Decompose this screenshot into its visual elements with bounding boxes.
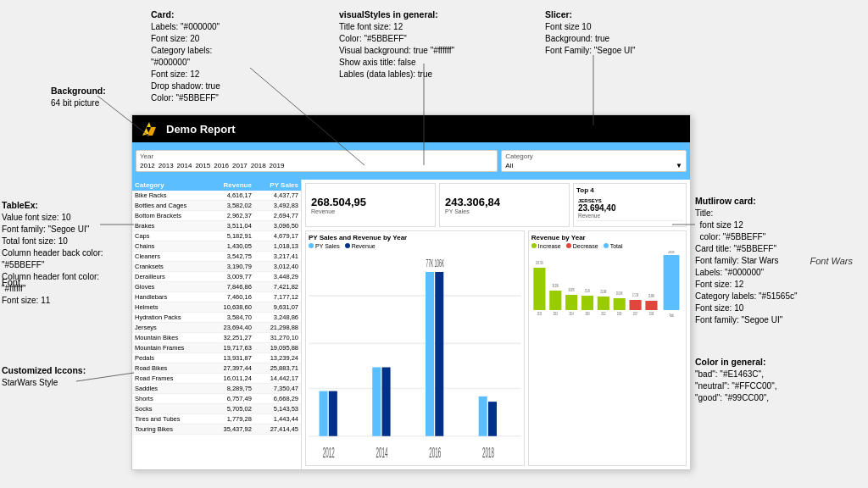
font-label: Font [2,277,20,287]
report-header: Demo Report [132,115,690,142]
svg-rect-32 [598,297,609,310]
table-row: Hydration Packs3,584,703,248,86 [132,313,301,323]
bar-chart-canvas: 2012 2014 2016 77K 106K [309,251,521,463]
table-row: Shorts6,757,496,668,29 [132,394,301,404]
visual-styles-title: visualStyles in general: [339,8,454,21]
kpi-revenue-value: 268.504,95 [311,196,430,208]
table-row: Helmets10,638,609,631,07 [132,302,301,313]
svg-rect-9 [372,368,381,436]
slicers-row: Year 2012 2013 2014 2015 2016 2017 2018 … [132,142,690,180]
svg-text:2014: 2014 [376,445,388,460]
chevron-down-icon: ▼ [676,162,682,169]
year-slicer[interactable]: Year 2012 2013 2014 2015 2016 2017 2018 … [136,150,498,172]
top4-title: Top 4 [576,186,683,194]
table-row: Road Frames16,011,2414,442,17 [132,374,301,384]
svg-rect-18 [488,402,497,436]
cards-row: 268.504,95 Revenue 243.306,84 PY Sales T… [302,180,690,230]
svg-text:2019: 2019 [585,311,589,316]
color-general-title: Color in general: [695,356,776,369]
customized-icons-annotation: Customized Iccons: StarWars Style [2,364,86,389]
report-logo [139,119,159,139]
customized-icons-title: Customized Iccons: [2,364,86,377]
table-row: Brakes3,511,043,096,50 [132,221,301,231]
svg-text:105,72K: 105,72K [536,260,543,265]
svg-text:2012: 2012 [323,445,335,460]
main-content: Category Revenue PY Sales Bike Racks4,61… [132,180,690,469]
slicer-annotation: Slicer: Font size 10 Background: true Fo… [545,8,636,57]
kpi-revenue-card: 268.504,95 Revenue [305,183,436,227]
top4-panel: Top 4 JERSEYS23.694,40RevenueMOUNTAIN BI… [573,183,687,227]
tableex-title: TableEx: [2,199,103,212]
svg-rect-23 [549,291,561,310]
table-row: Jerseys23,694,4021,298,88 [132,323,301,333]
table-row: Cleaners3,542,753,217,41 [132,252,301,262]
table-row: Bike Racks4,616,174,437,77 [132,191,301,201]
bar-chart-area: PY Sales and Revenue by Year PY Sales Re… [305,230,525,466]
bar-chart-title: PY Sales and Revenue by Year [309,234,521,241]
svg-rect-10 [382,368,391,436]
top4-item: JERSEYS23.694,40Revenue [576,197,683,221]
svg-rect-29 [581,296,593,310]
multirow-card-title: Mutlirow card: [695,195,798,208]
color-general-annotation: Color in general: "bad": "#E1463C", "neu… [695,356,776,404]
svg-text:2017: 2017 [633,311,637,316]
svg-text:25,2K: 25,2K [585,288,590,293]
col-header-revenue: Revenue [205,181,252,189]
svg-rect-41 [645,301,657,310]
col-header-py: PY Sales [252,181,298,189]
svg-text:2018: 2018 [482,445,494,460]
card-annotation: Card: Labels: "#000000" Font size: 20 Ca… [151,8,220,104]
charts-row: PY Sales and Revenue by Year PY Sales Re… [302,230,690,469]
svg-text:17,21K: 17,21K [632,292,639,297]
top4-item: MOUNTAIN BIKES32.251,27Revenue [576,225,683,227]
svg-rect-38 [629,300,641,310]
kpi-py-card: 243.306,84 PY Sales [439,183,570,227]
table-row: Road Bikes27,397,4425,883,71 [132,363,301,374]
table-row: Pedals13,931,8713,239,24 [132,353,301,363]
table-row: Touring Bikes35,437,9227,414,45 [132,424,301,435]
table-row: Bottom Brackets2,962,372,694,77 [132,211,301,221]
table-row: Saddles8,289,757,350,47 [132,384,301,394]
revenue-year-chart: Revenue by Year Increase Decrease Total … [528,230,687,466]
table-row: Socks5,705,025,143,53 [132,404,301,414]
kpi-py-label: PY Sales [445,208,564,214]
svg-rect-44 [663,255,679,310]
svg-text:35,36K: 35,36K [552,283,559,288]
table-body: Bike Racks4,616,174,437,77Bottles and Ca… [132,191,301,435]
category-slicer[interactable]: Category All ▼ [501,150,687,172]
table-row: Handlebars7,460,167,177,12 [132,292,301,302]
background-annotation-line1: 64 bit picture [51,97,106,109]
svg-text:268,5K: 268,5K [668,251,675,254]
font-wars-label: Font Wars [810,256,853,266]
svg-text:2015: 2015 [537,311,542,316]
svg-text:Total: Total [669,313,673,318]
category-slicer-label: Category [505,152,682,160]
svg-rect-6 [320,391,328,436]
category-slicer-value[interactable]: All ▼ [505,162,682,169]
top4-items: JERSEYS23.694,40RevenueMOUNTAIN BIKES32.… [576,197,683,227]
report-title: Demo Report [166,123,236,136]
svg-text:2013: 2013 [554,311,558,316]
bar-chart-legend: PY Sales Revenue [309,243,521,249]
col-header-category: Category [135,181,205,189]
table-row: Bottles and Cages3,582,023,492,83 [132,201,301,211]
year-slicer-label: Year [140,152,493,160]
slicer-annotation-title: Slicer: [545,8,636,21]
svg-text:15,96K: 15,96K [648,293,655,298]
table-row: Chains1,430,051,018,13 [132,241,301,252]
right-panel: 268.504,95 Revenue 243.306,84 PY Sales T… [302,180,690,469]
svg-text:2016: 2016 [617,311,621,316]
visual-styles-annotation: visualStyles in general: Title font size… [339,8,454,80]
svg-rect-17 [479,396,487,436]
svg-text:2014: 2014 [569,311,574,316]
table-row: Mountain Bikes32,251,2731,270,10 [132,333,301,343]
svg-text:20,18K: 20,18K [616,291,623,296]
svg-marker-1 [147,127,156,136]
rev-year-title: Revenue by Year [531,234,683,241]
table-header: Category Revenue PY Sales [132,180,301,191]
year-slicer-values: 2012 2013 2014 2015 2016 2017 2018 2019 [140,162,493,169]
svg-rect-12 [426,272,434,436]
table-row: Gloves7,846,867,421,82 [132,282,301,292]
rev-year-legend: Increase Decrease Total [531,243,683,249]
table-row: Caps5,182,914,679,17 [132,231,301,241]
